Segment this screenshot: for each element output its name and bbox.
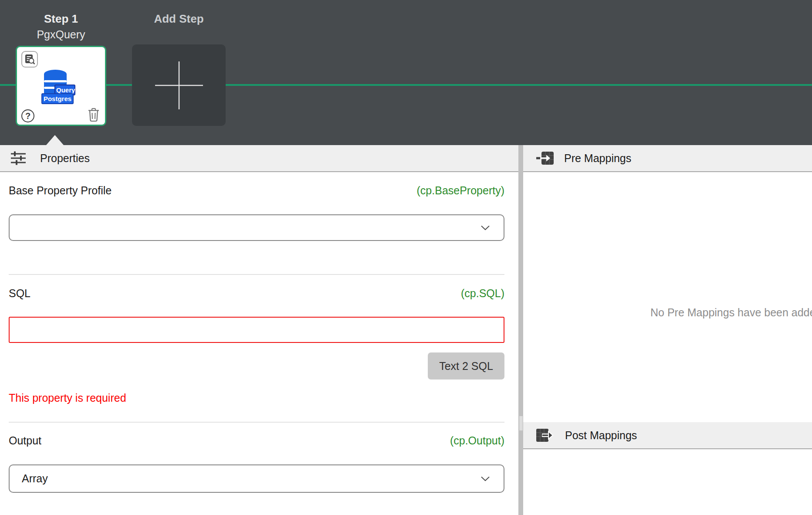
splitter-grip <box>520 416 521 430</box>
chevron-down-icon <box>481 476 490 481</box>
add-step-label: Add Step <box>132 12 226 26</box>
step-preview-button[interactable] <box>21 51 38 68</box>
post-mappings-icon <box>536 427 555 443</box>
base-property-select[interactable] <box>9 214 504 241</box>
output-annotation: (cp.Output) <box>450 434 504 447</box>
workflow-canvas: Step 1 PgxQuery Add Step Query P <box>0 0 812 145</box>
sql-label: SQL <box>9 287 30 300</box>
panel-splitter[interactable] <box>518 145 523 515</box>
mappings-panel <box>523 145 812 515</box>
delete-step-icon[interactable] <box>88 108 100 124</box>
pre-mappings-header: Pre Mappings <box>523 145 812 172</box>
workflow-connector-line <box>0 84 812 86</box>
add-step-card[interactable] <box>132 44 226 126</box>
pre-mappings-empty-text: No Pre Mappings have been added <box>650 306 812 319</box>
step1-card[interactable]: Query Postgres ? <box>16 46 106 126</box>
section-divider <box>9 274 504 275</box>
base-property-row: Base Property Profile (cp.BaseProperty) <box>9 184 504 197</box>
step1-title: Step 1 <box>16 12 106 26</box>
post-mappings-title: Post Mappings <box>565 429 637 442</box>
sql-annotation: (cp.SQL) <box>461 287 504 300</box>
section-divider <box>9 422 504 423</box>
chevron-down-icon <box>481 225 490 230</box>
sql-required-error: This property is required <box>9 392 126 404</box>
output-select-value: Array <box>22 472 48 485</box>
plus-icon <box>154 60 204 111</box>
pre-mappings-icon <box>536 150 555 166</box>
splitter-grip <box>521 416 522 430</box>
pre-mappings-title: Pre Mappings <box>564 152 631 165</box>
output-row: Output (cp.Output) <box>9 434 504 447</box>
step1-label-block: Step 1 PgxQuery <box>16 0 106 41</box>
postgres-chip: Postgres <box>41 93 74 104</box>
query-postgres-icon: Query Postgres <box>41 68 87 105</box>
help-icon[interactable]: ? <box>21 109 34 122</box>
panel-pointer-triangle <box>46 135 64 145</box>
output-select[interactable]: Array <box>9 464 504 493</box>
sql-row: SQL (cp.SQL) <box>9 287 504 300</box>
step1-subtitle: PgxQuery <box>16 28 106 41</box>
base-property-label: Base Property Profile <box>9 184 112 197</box>
document-search-icon <box>24 54 35 65</box>
sliders-icon <box>10 150 27 166</box>
output-label: Output <box>9 434 41 447</box>
properties-title: Properties <box>40 152 90 165</box>
base-property-annotation: (cp.BaseProperty) <box>417 184 504 197</box>
properties-header: Properties <box>0 145 518 172</box>
text2sql-button[interactable]: Text 2 SQL <box>428 352 504 379</box>
post-mappings-header: Post Mappings <box>523 422 812 449</box>
sql-input[interactable] <box>9 317 504 343</box>
